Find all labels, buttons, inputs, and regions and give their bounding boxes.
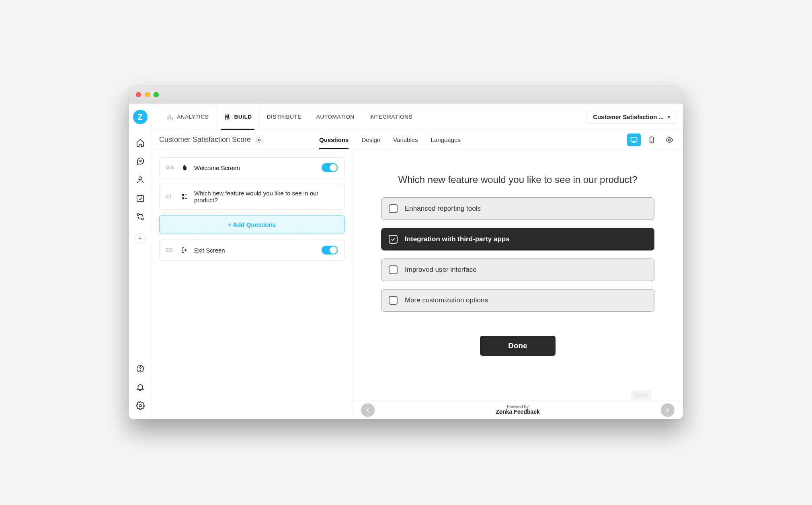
add-button[interactable]: + [135, 233, 146, 244]
checklist-icon [180, 193, 189, 201]
window-frame: Z + [129, 86, 683, 419]
svg-point-0 [139, 161, 139, 161]
tab-design[interactable]: Design [361, 131, 380, 149]
logo-letter: Z [133, 110, 148, 124]
question-title: Which new feature would you like to see … [398, 174, 638, 185]
bars-icon [166, 113, 174, 121]
topnav-label: DISTRIBUTE [267, 114, 301, 120]
svg-point-9 [139, 404, 141, 407]
svg-point-12 [227, 116, 228, 117]
maximize-window-button[interactable] [154, 92, 159, 97]
svg-point-13 [258, 139, 260, 141]
minimize-window-button[interactable] [145, 92, 150, 97]
calendar-check-icon[interactable] [135, 193, 145, 203]
chevron-down-icon: ▾ [668, 114, 670, 120]
option-label: More customization options [405, 296, 488, 304]
close-window-button[interactable] [136, 92, 141, 97]
logo[interactable]: Z [129, 104, 152, 130]
topnav-label: ANALYTICS [177, 114, 209, 120]
svg-rect-18 [182, 194, 184, 196]
topnav-distribute[interactable]: DISTRIBUTE [260, 104, 309, 129]
wave-icon [180, 164, 189, 172]
survey-title: Customer Satisfaction Score [159, 135, 263, 144]
topnav-label: INTEGRATIONS [369, 114, 412, 120]
done-button[interactable]: Done [480, 336, 556, 356]
svg-point-10 [225, 115, 226, 116]
topnav-automation[interactable]: AUTOMATION [309, 104, 362, 129]
svg-point-17 [668, 139, 671, 141]
option-label: Integration with third-party apps [405, 235, 510, 243]
tab-languages[interactable]: Languages [431, 131, 461, 149]
option-label: Improved user interface [405, 266, 477, 274]
svg-point-5 [137, 213, 139, 216]
card-prefix: ES [166, 247, 175, 253]
titlebar [129, 86, 683, 104]
survey-selector-label: Customer Satisfaction ... [593, 113, 664, 120]
app: Z + [129, 104, 683, 419]
powered-by: Powered By Zonka Feedback [496, 404, 540, 415]
svg-point-16 [651, 142, 652, 142]
topnav-build[interactable]: BUILD [216, 104, 259, 129]
prev-button[interactable] [361, 403, 375, 417]
tab-variables[interactable]: Variables [393, 131, 418, 149]
card-label: Which new feature would you like to see … [194, 190, 338, 203]
exit-icon [180, 246, 189, 254]
home-icon[interactable] [135, 138, 145, 148]
option-4[interactable]: More customization options [381, 289, 654, 312]
add-question-label: + Add Questions [228, 221, 276, 228]
sidebar-bottom [135, 364, 145, 419]
svg-point-1 [140, 161, 140, 161]
welcome-screen-card[interactable]: WS Welcome Screen [159, 157, 344, 178]
powered-brand: Zonka Feedback [496, 409, 540, 415]
survey-title-text: Customer Satisfaction Score [159, 135, 251, 144]
settings-icon[interactable] [256, 136, 263, 144]
card-label: Welcome Screen [194, 164, 316, 171]
sidebar: Z + [129, 104, 152, 419]
option-3[interactable]: Improved user interface [381, 259, 654, 281]
gear-icon[interactable] [135, 401, 145, 411]
content: WS Welcome Screen 01 Which new feature w… [152, 150, 683, 419]
traffic-lights [136, 92, 159, 97]
topnav-label: BUILD [234, 114, 252, 120]
checkbox-icon [389, 265, 398, 274]
add-question-button[interactable]: + Add Questions [159, 215, 344, 234]
topnav-integrations[interactable]: INTEGRATIONS [362, 104, 420, 129]
question-card-01[interactable]: 01 Which new feature would you like to s… [159, 184, 344, 209]
user-icon[interactable] [135, 175, 145, 185]
tools-icon [224, 113, 231, 121]
subbar: Customer Satisfaction Score Questions De… [152, 130, 683, 150]
svg-rect-14 [631, 137, 637, 141]
option-2[interactable]: Integration with third-party apps [381, 228, 654, 250]
topbar: ANALYTICS BUILD DISTRIBUTE AUTOMATION IN… [152, 104, 683, 130]
welcome-toggle[interactable] [322, 163, 338, 172]
survey-selector[interactable]: Customer Satisfaction ... ▾ [587, 110, 676, 124]
preview-eye-button[interactable] [662, 133, 676, 146]
next-button[interactable] [661, 403, 675, 417]
preview-footer: Powered By Zonka Feedback [352, 400, 683, 419]
bell-icon[interactable] [135, 382, 145, 392]
svg-point-2 [141, 161, 142, 161]
card-label: Exit Screen [194, 247, 316, 254]
subtabs: Questions Design Variables Languages [319, 131, 461, 149]
exit-screen-card[interactable]: ES Exit Screen [159, 240, 344, 261]
preview-panel: Which new feature would you like to see … [352, 150, 683, 419]
topnav-label: AUTOMATION [316, 114, 355, 120]
workflow-icon[interactable] [135, 212, 145, 222]
svg-rect-19 [182, 197, 184, 199]
save-button-ghost[interactable]: Save [631, 391, 651, 400]
preview-body: Which new feature would you like to see … [352, 150, 683, 400]
mobile-preview-button[interactable] [645, 133, 658, 146]
card-prefix: WS [166, 165, 175, 170]
checkbox-checked-icon [389, 235, 398, 244]
topnav-analytics[interactable]: ANALYTICS [159, 104, 216, 129]
exit-toggle[interactable] [322, 246, 338, 255]
chat-icon[interactable] [135, 156, 145, 166]
help-icon[interactable] [135, 364, 145, 374]
option-label: Enhanced reporting tools [405, 205, 481, 213]
svg-point-3 [139, 177, 141, 180]
desktop-preview-button[interactable] [627, 133, 641, 146]
option-1[interactable]: Enhanced reporting tools [381, 197, 654, 220]
sub-right [627, 133, 676, 146]
card-prefix: 01 [166, 194, 175, 199]
tab-questions[interactable]: Questions [319, 131, 349, 149]
